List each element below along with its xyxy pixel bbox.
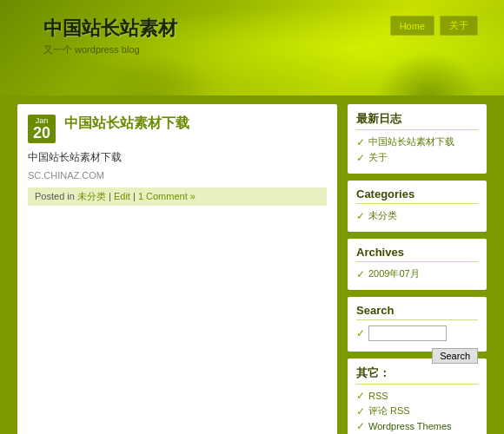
list-item: ✓ 中国站长站素材下载 (356, 135, 478, 148)
sidebar-archives-title: Archives (356, 246, 478, 262)
sidebar-categories-title: Categories (356, 187, 478, 204)
post: Jan 20 中国站长站素材下载 中国站长站素材下载 SC.CHINAZ.COM… (28, 115, 327, 206)
sidebar-search-title: Search (356, 304, 478, 320)
post-comments-link[interactable]: 1 Comment » (138, 191, 196, 201)
list-item: ✓ RSS (356, 390, 478, 402)
header-nav: Home 关于 (390, 16, 478, 36)
search-button[interactable]: Search (432, 348, 478, 364)
sidebar-other: 其它： ✓ RSS ✓ 评论 RSS ✓ Wordpress Themes ✓ … (348, 358, 487, 434)
check-icon: ✓ (356, 152, 365, 164)
nav-home-button[interactable]: Home (390, 16, 434, 36)
list-item: ✓ Wordpress Themes (356, 420, 478, 432)
sidebar-recent-title: 最新日志 (356, 111, 478, 130)
check-icon: ✓ (356, 327, 365, 339)
sidebar: 最新日志 ✓ 中国站长站素材下载 ✓ 关于 Categories ✓ 未分类 A… (348, 104, 487, 434)
site-subtitle: 又一个 wordpress blog (43, 43, 177, 56)
post-category-link[interactable]: 未分类 (77, 191, 106, 201)
site-title: 中国站长站素材 (43, 16, 177, 42)
nav-about-button[interactable]: 关于 (440, 16, 478, 36)
check-icon: ✓ (356, 210, 365, 222)
post-title: 中国站长站素材下载 (64, 115, 189, 133)
main-wrapper: Jan 20 中国站长站素材下载 中国站长站素材下载 SC.CHINAZ.COM… (0, 95, 504, 434)
header: 中国站长站素材 又一个 wordpress blog Home 关于 (0, 0, 504, 95)
list-item: ✓ 未分类 (356, 209, 478, 222)
category-link-1[interactable]: 未分类 (368, 209, 397, 222)
recent-link-1[interactable]: 中国站长站素材下载 (368, 135, 454, 148)
check-icon: ✓ (356, 420, 365, 432)
post-date-box: Jan 20 (28, 115, 56, 143)
post-header: Jan 20 中国站长站素材下载 (28, 115, 327, 143)
other-link-1[interactable]: RSS (368, 391, 388, 401)
post-link: SC.CHINAZ.COM (28, 170, 327, 181)
content-area: Jan 20 中国站长站素材下载 中国站长站素材下载 SC.CHINAZ.COM… (17, 104, 337, 434)
check-icon: ✓ (356, 405, 365, 418)
post-body: 中国站长站素材下载 (28, 150, 327, 165)
post-date-day: 20 (33, 125, 50, 141)
site-title-block: 中国站长站素材 又一个 wordpress blog (43, 16, 177, 56)
other-link-2[interactable]: 评论 RSS (368, 404, 410, 418)
post-meta-prefix: Posted in (35, 191, 75, 201)
sidebar-recent: 最新日志 ✓ 中国站长站素材下载 ✓ 关于 (348, 104, 487, 174)
recent-link-2[interactable]: 关于 (368, 151, 388, 164)
sidebar-categories: Categories ✓ 未分类 (348, 181, 487, 232)
check-icon: ✓ (356, 136, 365, 148)
other-link-3[interactable]: Wordpress Themes (368, 421, 452, 431)
list-item: ✓ 评论 RSS (356, 404, 478, 418)
search-input[interactable] (368, 326, 447, 341)
list-item: ✓ 2009年07月 (356, 267, 478, 280)
search-row: ✓ (356, 326, 478, 341)
check-icon: ✓ (356, 390, 365, 402)
archive-link-1[interactable]: 2009年07月 (368, 267, 420, 280)
list-item: ✓ 关于 (356, 151, 478, 164)
check-icon: ✓ (356, 268, 365, 280)
post-edit-link[interactable]: Edit (114, 191, 130, 201)
sidebar-search: Search ✓ Search (348, 297, 487, 352)
sidebar-other-title: 其它： (356, 365, 478, 385)
sidebar-archives: Archives ✓ 2009年07月 (348, 239, 487, 290)
post-meta: Posted in 未分类 | Edit | 1 Comment » (28, 187, 327, 206)
